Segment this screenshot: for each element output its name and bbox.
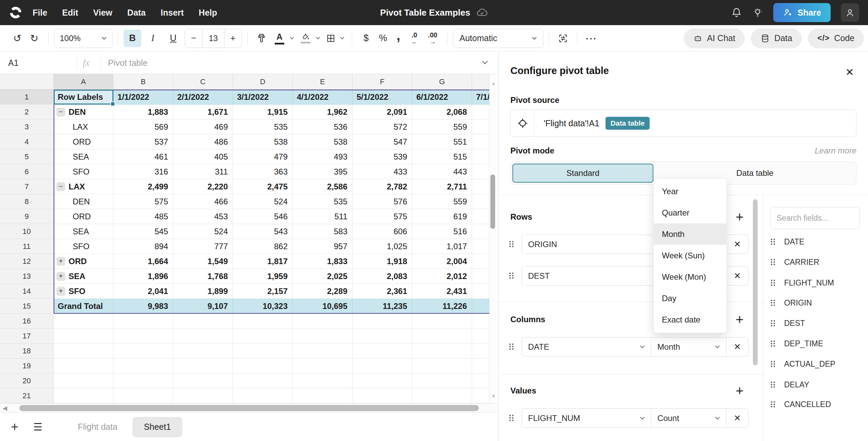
cell-D8[interactable]: 524 [233, 194, 293, 209]
cell-B12[interactable]: 1,664 [113, 254, 173, 269]
menu-item-view[interactable]: View [93, 8, 112, 18]
col-header-A[interactable]: A [54, 74, 113, 90]
cell-F8[interactable]: 576 [352, 194, 412, 209]
collapse-group-icon[interactable]: − [56, 108, 65, 116]
expand-group-icon[interactable]: + [56, 272, 65, 281]
cell-E6[interactable]: 395 [293, 164, 352, 179]
cell-H3[interactable] [472, 120, 489, 134]
notifications-bell-icon[interactable] [731, 7, 742, 18]
cell-H5[interactable] [472, 149, 489, 164]
cell-H14[interactable] [472, 284, 489, 299]
cell-B7[interactable]: 2,499 [113, 179, 173, 194]
cell-E4[interactable]: 538 [293, 134, 352, 149]
cell-C18[interactable] [173, 344, 233, 359]
cell-A4[interactable]: ORD [54, 134, 113, 149]
cell-B10[interactable]: 545 [113, 224, 173, 239]
feedback-lightbulb-icon[interactable] [752, 7, 763, 18]
cell-B17[interactable] [113, 329, 173, 344]
cell-G5[interactable]: 515 [412, 149, 472, 164]
cell-A1[interactable]: Row Labels [54, 90, 113, 105]
cell-D4[interactable]: 538 [233, 134, 293, 149]
add-row-field-button[interactable]: + [732, 209, 747, 224]
cell-A13[interactable]: +SEA [54, 269, 113, 284]
col-header-D[interactable]: D [233, 74, 293, 90]
cell-H19[interactable] [472, 359, 489, 373]
cell-B1[interactable]: 1/1/2022 [113, 90, 173, 105]
expand-group-icon[interactable]: + [56, 257, 65, 266]
horizontal-scrollbar-thumb[interactable] [19, 405, 479, 411]
add-value-field-button[interactable]: + [732, 383, 747, 398]
redo-icon[interactable]: ↻ [26, 30, 43, 47]
cell-E19[interactable] [293, 359, 352, 373]
cell-H13[interactable] [472, 269, 489, 284]
share-button[interactable]: Share [773, 3, 831, 22]
menu-item-exact-date[interactable]: Exact date [654, 309, 726, 330]
cell-B16[interactable] [113, 314, 173, 329]
cell-C9[interactable]: 453 [173, 209, 233, 224]
formula-input[interactable]: Pivot table [108, 52, 148, 74]
cell-C5[interactable]: 405 [173, 149, 233, 164]
cell-D10[interactable]: 543 [233, 224, 293, 239]
cell-C17[interactable] [173, 329, 233, 344]
cell-E16[interactable] [293, 314, 352, 329]
cell-F4[interactable]: 547 [352, 134, 412, 149]
field-item-dest[interactable]: DEST [770, 316, 805, 330]
cell-G15[interactable]: 11,226 [412, 299, 472, 314]
cell-F12[interactable]: 1,918 [352, 254, 412, 269]
mode-standard-button[interactable]: Standard [512, 164, 653, 183]
cell-C4[interactable]: 486 [173, 134, 233, 149]
undo-icon[interactable]: ↺ [9, 30, 26, 47]
drag-handle-icon[interactable] [509, 343, 514, 351]
column-field-date-aggregation-select[interactable]: Month [651, 337, 726, 356]
cell-E5[interactable]: 493 [293, 149, 352, 164]
cell-F21[interactable] [352, 388, 412, 403]
cell-F11[interactable]: 1,025 [352, 239, 412, 254]
cell-H10[interactable] [472, 224, 489, 239]
cell-H8[interactable] [472, 194, 489, 209]
cell-C6[interactable]: 311 [173, 164, 233, 179]
cell-A21[interactable] [54, 388, 113, 403]
cell-E9[interactable]: 511 [293, 209, 352, 224]
cell-D12[interactable]: 1,817 [233, 254, 293, 269]
cell-A15[interactable]: Grand Total [54, 299, 113, 314]
fill-handle[interactable] [110, 102, 115, 106]
cell-A5[interactable]: SEA [54, 149, 113, 164]
cell-C13[interactable]: 1,768 [173, 269, 233, 284]
cell-H4[interactable] [472, 134, 489, 149]
cell-D1[interactable]: 3/1/2022 [233, 90, 293, 105]
cell-B15[interactable]: 9,983 [113, 299, 173, 314]
cell-G3[interactable]: 559 [412, 120, 472, 134]
field-item-origin[interactable]: ORIGIN [770, 296, 812, 310]
cell-F18[interactable] [352, 344, 412, 359]
row-header-14[interactable]: 14 [0, 284, 54, 299]
value-field-flight-num-name-select[interactable]: FLIGHT_NUM [522, 409, 651, 427]
col-header-C[interactable]: C [173, 74, 233, 90]
sheet-tab-flight-data[interactable]: Flight data [66, 422, 130, 432]
field-item-carrier[interactable]: CARRIER [770, 255, 819, 269]
avatar[interactable] [841, 3, 859, 22]
menu-item-quarter[interactable]: Quarter [654, 202, 726, 223]
cell-B13[interactable]: 1,896 [113, 269, 173, 284]
cell-E2[interactable]: 1,962 [293, 105, 352, 120]
ai-chat-button[interactable]: AI Chat [684, 29, 745, 48]
cell-C20[interactable] [173, 373, 233, 388]
cell-H16[interactable] [472, 314, 489, 329]
font-size-value[interactable]: 13 [202, 29, 224, 48]
cell-G4[interactable]: 551 [412, 134, 472, 149]
cell-E21[interactable] [293, 388, 352, 403]
cell-D15[interactable]: 10,323 [233, 299, 293, 314]
row-header-9[interactable]: 9 [0, 209, 54, 224]
row-header-3[interactable]: 3 [0, 120, 54, 134]
cell-C14[interactable]: 1,899 [173, 284, 233, 299]
col-header-E[interactable]: E [293, 74, 352, 90]
cell-G21[interactable] [412, 388, 472, 403]
row-header-4[interactable]: 4 [0, 134, 54, 149]
cell-B9[interactable]: 485 [113, 209, 173, 224]
cell-B3[interactable]: 569 [113, 120, 173, 134]
close-icon[interactable]: ✕ [842, 65, 857, 79]
cell-D9[interactable]: 546 [233, 209, 293, 224]
cell-G10[interactable]: 516 [412, 224, 472, 239]
select-range-target-icon[interactable] [511, 110, 535, 136]
cell-H18[interactable] [472, 344, 489, 359]
collapse-group-icon[interactable]: − [56, 182, 65, 191]
